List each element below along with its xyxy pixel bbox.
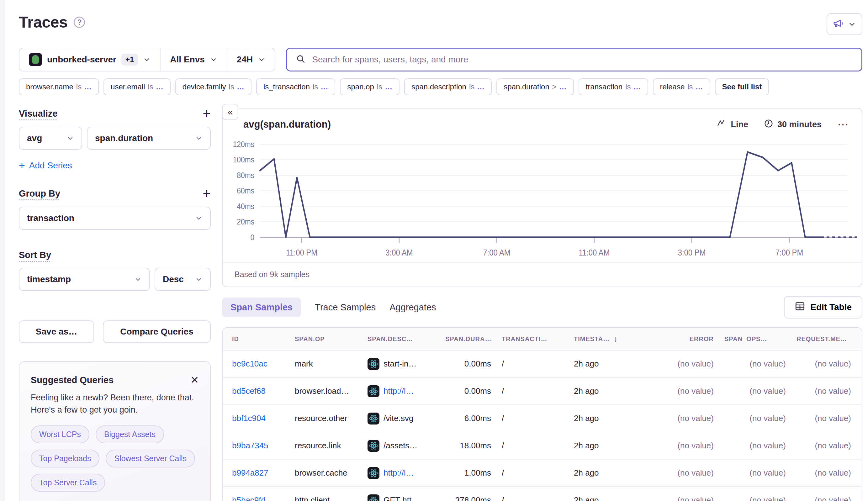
chevron-down-icon xyxy=(195,276,203,283)
group-by-select[interactable]: transaction xyxy=(19,206,211,230)
span-op-cell: resource.link xyxy=(295,441,368,450)
span-ops-cell: (no value) xyxy=(724,386,796,396)
svg-text:3:00 PM: 3:00 PM xyxy=(678,248,706,257)
span-id-link[interactable]: be9c10ac xyxy=(232,359,267,369)
tab-span-samples[interactable]: Span Samples xyxy=(222,298,301,317)
span-op-cell: resource.other xyxy=(295,414,368,423)
column-header[interactable]: REQUEST.ME… xyxy=(796,335,862,343)
column-header[interactable]: TRANSACTI… xyxy=(502,335,574,343)
filter-chip[interactable]: user.emailis... xyxy=(104,78,171,95)
span-id-link[interactable]: b994a827 xyxy=(232,468,268,478)
search-icon xyxy=(296,54,306,65)
request-method-cell: (no value) xyxy=(796,386,862,396)
column-header[interactable]: ERROR xyxy=(652,335,724,343)
timestamp-cell: 2h ago xyxy=(574,468,652,478)
span-id-link[interactable]: bbf1c904 xyxy=(232,414,266,423)
add-group-by-button[interactable]: + xyxy=(203,188,211,199)
span-ops-cell: (no value) xyxy=(724,441,796,450)
sort-field-value: timestamp xyxy=(27,274,71,284)
whats-new-button[interactable] xyxy=(827,13,862,35)
column-header[interactable]: SPAN.DURA… xyxy=(445,335,502,343)
filter-chip[interactable]: span.descriptionis... xyxy=(404,78,492,95)
suggested-query-chip[interactable]: Top Pageloads xyxy=(31,450,99,468)
sort-descending-icon: ↓ xyxy=(613,334,618,344)
help-icon[interactable]: ? xyxy=(74,17,85,28)
table-body: be9c10acmarkstart-in…0.00ms/2h ago(no va… xyxy=(223,351,862,501)
span-duration-cell: 0.00ms xyxy=(445,359,502,369)
span-description-cell: /assets… xyxy=(368,440,445,452)
chevron-down-icon xyxy=(210,56,217,63)
aggregate-select[interactable]: avg xyxy=(19,127,82,150)
filter-chip[interactable]: releaseis... xyxy=(653,78,710,95)
time-range-selector[interactable]: 24H xyxy=(227,48,275,71)
attribute-select[interactable]: span.duration xyxy=(87,127,211,150)
add-series-button[interactable]: + Add Series xyxy=(19,159,211,171)
timestamp-value[interactable]: 2h ago xyxy=(574,441,599,450)
error-cell: (no value) xyxy=(652,359,724,369)
filter-chip[interactable]: is_transactionis... xyxy=(256,78,335,95)
span-id-link[interactable]: bd5cef68 xyxy=(232,386,266,396)
span-id-link[interactable]: b5bac9fd xyxy=(232,495,266,501)
span-duration-line-chart[interactable]: 020ms40ms60ms80ms100ms120ms11:00 PM3:00 … xyxy=(223,132,862,263)
more-options-icon[interactable]: ⋯ xyxy=(837,118,849,131)
chart-type-toggle[interactable]: Line xyxy=(717,119,748,130)
span-duration-cell: 1.00ms xyxy=(445,468,502,478)
save-as-button[interactable]: Save as… xyxy=(19,320,94,343)
filter-chip-op: is xyxy=(148,83,154,91)
span-id-link[interactable]: b9ba7345 xyxy=(232,441,268,450)
suggested-query-chip[interactable]: Slowest Server Calls xyxy=(106,450,195,468)
group-by-label: Group By xyxy=(19,189,60,199)
chart-panel: avg(span.duration) Line 30 m xyxy=(222,108,862,287)
table-row: b994a827browser.cachehttp://l…1.00ms/2h … xyxy=(223,460,862,487)
filter-chip[interactable]: span.duration>... xyxy=(496,78,573,95)
svg-text:3:00 AM: 3:00 AM xyxy=(385,248,413,257)
filter-chip[interactable]: device.familyis... xyxy=(175,78,252,95)
timestamp-value[interactable]: 2h ago xyxy=(574,495,599,501)
filter-chip[interactable]: transactionis... xyxy=(579,78,648,95)
add-visualize-button[interactable]: + xyxy=(203,108,211,119)
search-input[interactable] xyxy=(312,55,853,65)
project-selector[interactable]: unborked-server +1 xyxy=(19,48,160,71)
collapse-sidebar-button[interactable]: « xyxy=(222,104,238,120)
react-platform-icon xyxy=(368,358,379,370)
column-header[interactable]: ID xyxy=(232,335,295,343)
filter-chip-value: ... xyxy=(477,83,485,91)
span-description-text: /assets… xyxy=(383,441,417,450)
suggested-queries-text: Feeling like a newb? Been there, done th… xyxy=(31,392,199,416)
timestamp-value[interactable]: 2h ago xyxy=(574,386,599,396)
environment-selector[interactable]: All Envs xyxy=(160,48,226,71)
see-full-list-button[interactable]: See full list xyxy=(715,78,769,95)
timestamp-value[interactable]: 2h ago xyxy=(574,414,599,423)
filter-chip[interactable]: browser.nameis... xyxy=(19,78,99,95)
filter-chip-op: is xyxy=(469,83,475,91)
timestamp-value[interactable]: 2h ago xyxy=(574,359,599,369)
results-tabs: Span SamplesTrace SamplesAggregates xyxy=(222,298,436,317)
suggested-query-chip[interactable]: Top Server Calls xyxy=(31,474,105,492)
span-description-link[interactable]: http://l… xyxy=(383,468,414,478)
span-id-cell: bbf1c904 xyxy=(232,414,295,423)
span-duration-cell: 378.00ms xyxy=(445,495,502,501)
column-header[interactable]: SPAN_OPS… xyxy=(724,335,796,343)
line-chart-icon xyxy=(717,119,727,130)
tab-trace-samples[interactable]: Trace Samples xyxy=(315,302,376,312)
tab-aggregates[interactable]: Aggregates xyxy=(390,302,436,312)
close-icon[interactable]: ✕ xyxy=(190,375,199,385)
edit-table-button[interactable]: Edit Table xyxy=(784,296,862,319)
suggested-query-chip[interactable]: Biggest Assets xyxy=(96,425,164,443)
column-header[interactable]: SPAN.OP xyxy=(295,335,368,343)
column-header[interactable]: TIMESTA…↓ xyxy=(574,334,652,344)
span-description-link[interactable]: http://l… xyxy=(383,386,414,396)
sort-direction-select[interactable]: Desc xyxy=(155,268,211,291)
column-header[interactable]: SPAN.DESC… xyxy=(368,335,445,343)
sort-field-select[interactable]: timestamp xyxy=(19,268,150,291)
suggested-query-chip[interactable]: Worst LCPs xyxy=(31,425,89,443)
request-method-cell: (no value) xyxy=(796,359,862,369)
interval-selector[interactable]: 30 minutes xyxy=(764,119,822,130)
compare-queries-button[interactable]: Compare Queries xyxy=(103,320,211,343)
traces-page: Traces ? unborked-server +1 xyxy=(5,0,868,501)
svg-text:40ms: 40ms xyxy=(237,202,254,211)
filter-chip[interactable]: span.opis... xyxy=(340,78,400,95)
svg-text:80ms: 80ms xyxy=(237,171,254,180)
timestamp-value[interactable]: 2h ago xyxy=(574,468,599,478)
suggested-query-chips: Worst LCPsBiggest AssetsTop PageloadsSlo… xyxy=(31,425,199,492)
